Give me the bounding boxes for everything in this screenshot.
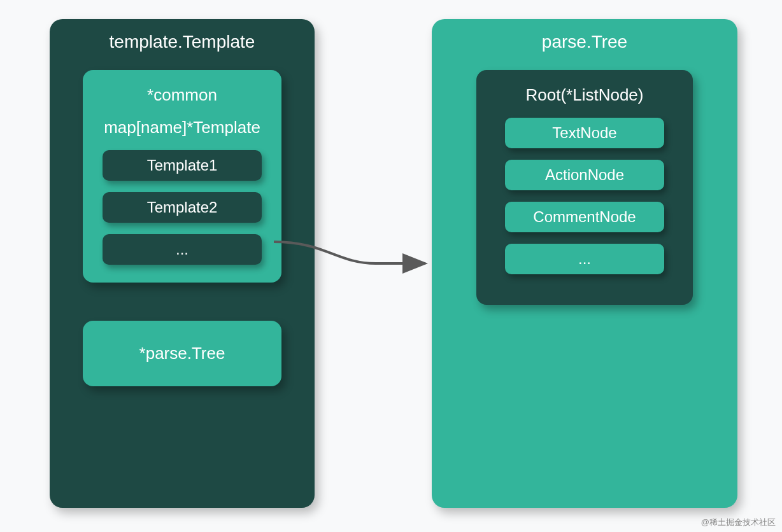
parse-tree-box: *parse.Tree [83, 321, 281, 386]
root-title: Root(*ListNode) [489, 85, 680, 105]
node-item: ActionNode [505, 160, 664, 190]
template-item: Template1 [103, 150, 262, 181]
template-item: ... [103, 234, 262, 265]
node-item: CommentNode [505, 202, 664, 232]
common-subtitle: map[name]*Template [96, 118, 269, 137]
watermark: @稀土掘金技术社区 [701, 517, 776, 528]
template-box: template.Template *common map[name]*Temp… [50, 19, 315, 508]
template-item: Template2 [103, 192, 262, 223]
parse-tree-label: *parse.Tree [96, 344, 269, 363]
template-box-title: template.Template [50, 32, 315, 52]
node-item: ... [505, 244, 664, 274]
parsetree-box: parse.Tree Root(*ListNode) TextNode Acti… [432, 19, 737, 508]
common-title: *common [96, 85, 269, 105]
node-item: TextNode [505, 118, 664, 148]
root-box: Root(*ListNode) TextNode ActionNode Comm… [476, 70, 693, 305]
parsetree-box-title: parse.Tree [432, 32, 737, 52]
diagram-canvas: template.Template *common map[name]*Temp… [0, 0, 782, 532]
common-box: *common map[name]*Template Template1 Tem… [83, 70, 281, 283]
